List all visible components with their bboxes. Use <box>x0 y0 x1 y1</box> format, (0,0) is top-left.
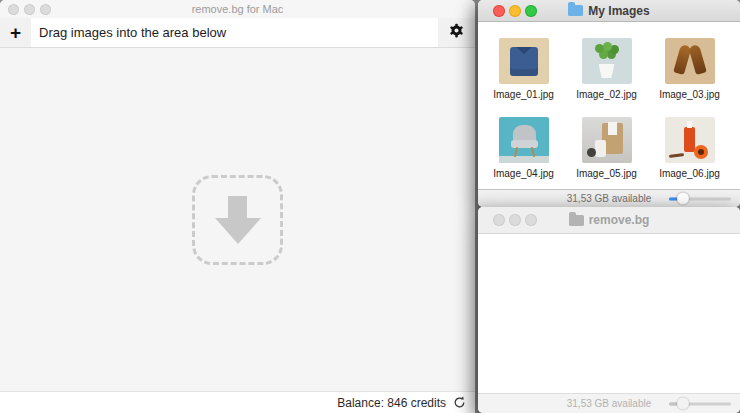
zoom-button[interactable] <box>525 5 537 17</box>
thumbnail-chair[interactable] <box>499 117 549 163</box>
finder-titlebar[interactable]: remove.bg <box>478 207 740 234</box>
balance-label: Balance: 846 credits <box>337 396 446 410</box>
traffic-lights <box>478 5 537 17</box>
file-item[interactable]: Image_06.jpg <box>648 117 731 179</box>
app-statusbar: Balance: 846 credits <box>0 391 475 413</box>
window-title: My Images <box>588 4 649 18</box>
finder-window-removebg: remove.bg 31,53 GB available <box>478 207 740 413</box>
finder-statusbar: 31,53 GB available <box>478 393 740 413</box>
finder-titlebar[interactable]: My Images <box>478 0 740 22</box>
available-space-label: 31,53 GB available <box>567 398 652 409</box>
plus-icon: + <box>10 22 21 44</box>
dropzone-target[interactable] <box>192 175 283 265</box>
file-label: Image_02.jpg <box>576 89 637 100</box>
thumbnail-bottle[interactable] <box>665 117 715 163</box>
file-item[interactable]: Image_03.jpg <box>648 38 731 100</box>
file-grid: Image_01.jpg Image_02.jpg Image_03.jpg I… <box>478 23 740 189</box>
file-label: Image_05.jpg <box>576 168 637 179</box>
refresh-balance-button[interactable] <box>453 396 466 409</box>
drop-area[interactable] <box>0 48 475 391</box>
minimize-button[interactable] <box>509 5 521 17</box>
drop-hint-field: Drag images into the area below <box>31 18 438 47</box>
folder-icon <box>569 215 584 226</box>
finder-window-my-images: My Images Image_01.jpg Image_02.jpg Imag… <box>478 0 740 207</box>
icon-size-slider[interactable] <box>669 402 731 405</box>
slider-knob[interactable] <box>677 193 689 205</box>
window-title: remove.bg <box>589 213 650 227</box>
thumbnail-bag[interactable] <box>582 117 632 163</box>
drop-hint-label: Drag images into the area below <box>39 25 226 40</box>
close-button[interactable] <box>493 5 505 17</box>
slider-knob[interactable] <box>677 398 689 410</box>
thumbnail-shoes[interactable] <box>665 38 715 84</box>
available-space-label: 31,53 GB available <box>567 193 652 204</box>
refresh-icon <box>453 396 466 409</box>
removebg-app-window: remove.bg for Mac Drag images into the a… <box>0 0 475 413</box>
add-images-button[interactable]: + <box>0 18 31 47</box>
gear-icon <box>449 23 464 42</box>
app-toolbar: Drag images into the area below + <box>0 18 475 48</box>
file-item[interactable]: Image_04.jpg <box>482 117 565 179</box>
file-label: Image_01.jpg <box>493 89 554 100</box>
file-item[interactable]: Image_05.jpg <box>565 117 648 179</box>
app-titlebar[interactable]: remove.bg for Mac <box>0 0 475 18</box>
folder-icon <box>568 5 583 16</box>
zoom-button[interactable] <box>525 214 537 226</box>
download-arrow-icon <box>215 196 261 244</box>
traffic-lights <box>0 4 51 15</box>
empty-folder-area[interactable] <box>478 235 740 393</box>
traffic-lights <box>478 214 537 226</box>
minimize-button[interactable] <box>24 4 35 15</box>
minimize-button[interactable] <box>509 214 521 226</box>
file-label: Image_03.jpg <box>659 89 720 100</box>
thumbnail-plant[interactable] <box>582 38 632 84</box>
file-label: Image_06.jpg <box>659 168 720 179</box>
zoom-button[interactable] <box>40 4 51 15</box>
thumbnail-shirt[interactable] <box>499 38 549 84</box>
close-button[interactable] <box>8 4 19 15</box>
file-item[interactable]: Image_01.jpg <box>482 38 565 100</box>
settings-button[interactable] <box>438 18 475 47</box>
file-label: Image_04.jpg <box>493 168 554 179</box>
finder-statusbar: 31,53 GB available <box>478 189 740 207</box>
file-item[interactable]: Image_02.jpg <box>565 38 648 100</box>
close-button[interactable] <box>493 214 505 226</box>
window-title: remove.bg for Mac <box>0 3 475 15</box>
icon-size-slider[interactable] <box>669 197 731 200</box>
